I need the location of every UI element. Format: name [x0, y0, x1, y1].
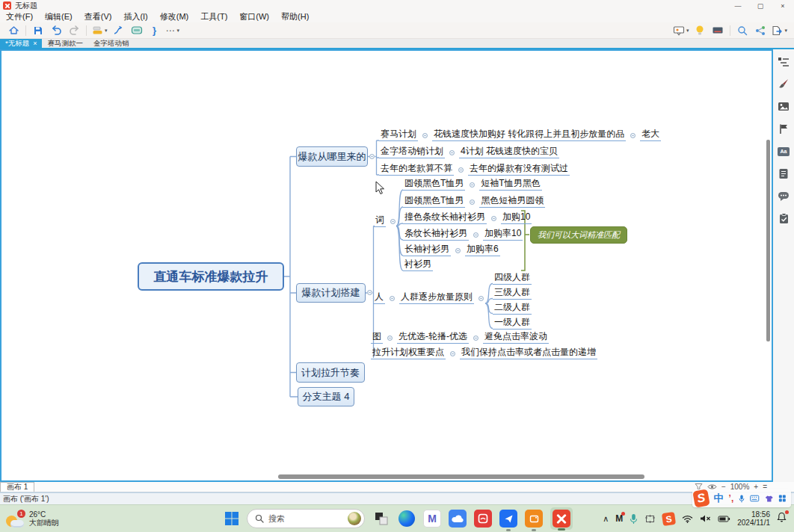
app-edge[interactable]: [398, 510, 416, 528]
share-button[interactable]: [754, 24, 767, 37]
app-cloud-drive[interactable]: [449, 510, 467, 528]
topic[interactable]: 三级人群: [493, 287, 532, 300]
taskbar-search-input[interactable]: 搜索: [247, 509, 365, 528]
collapse-toggle[interactable]: [491, 216, 496, 221]
notification-center-button[interactable]: [777, 512, 787, 525]
weather-widget[interactable]: 1 26°C 大部晴朗: [0, 510, 120, 528]
sogou-keyboard-icon[interactable]: [750, 495, 759, 502]
tab-saima-cekuan[interactable]: 赛马测款一: [42, 39, 88, 48]
collapse-toggle[interactable]: [470, 182, 475, 188]
app-orange[interactable]: [525, 510, 543, 528]
summary-note[interactable]: 我们可以大词精准匹配: [530, 226, 627, 244]
topic[interactable]: 一级人群: [493, 317, 532, 330]
banner-view-button[interactable]: [711, 24, 724, 37]
topic[interactable]: 老大: [640, 129, 661, 141]
tab-jinzita-dongxiao[interactable]: 金字塔动销: [88, 39, 135, 48]
vertical-scrollbar[interactable]: [766, 140, 770, 341]
undo-button[interactable]: [49, 24, 63, 37]
topic[interactable]: 加购率10: [483, 228, 523, 241]
app-mindmap-active[interactable]: [550, 507, 573, 530]
topic[interactable]: 撞色条纹长袖衬衫男: [403, 211, 487, 224]
horizontal-scrollbar[interactable]: [278, 474, 644, 479]
collapse-toggle[interactable]: [478, 296, 484, 301]
boundary-button[interactable]: [130, 24, 144, 37]
topic[interactable]: 衬衫男: [403, 259, 433, 271]
sogou-punctuation-icon[interactable]: ’,: [729, 493, 734, 504]
menu-help[interactable]: 帮助(H): [275, 11, 315, 22]
collapse-toggle[interactable]: [458, 167, 464, 173]
sogou-skin-icon[interactable]: [765, 495, 774, 503]
battery-icon[interactable]: [718, 515, 730, 523]
volume-muted-icon[interactable]: [700, 514, 711, 523]
topic-word[interactable]: 词: [374, 214, 386, 227]
topic[interactable]: 4计划 花钱速度快的宝贝: [459, 146, 559, 158]
collapse-toggle[interactable]: [449, 150, 455, 155]
search-highlight-image[interactable]: [348, 512, 361, 525]
mindmap-canvas[interactable]: 直通车标准爆款拉升 爆款从哪里来的 爆款计划搭建 计划拉升节奏 分支主题 4 赛…: [0, 49, 773, 482]
topic[interactable]: 四级人群: [493, 272, 532, 285]
tray-m-app[interactable]: M: [615, 513, 623, 524]
collapse-toggle[interactable]: [473, 232, 478, 238]
save-button[interactable]: [31, 24, 45, 37]
collapse-toggle[interactable]: [422, 133, 428, 138]
topic[interactable]: 去年的老款算不算: [379, 163, 454, 176]
collapse-toggle[interactable]: [470, 200, 475, 205]
topic[interactable]: 圆领黑色T恤男: [403, 195, 465, 208]
collapse-toggle[interactable]: [369, 154, 375, 159]
find-button[interactable]: [736, 24, 749, 37]
app-files[interactable]: [372, 510, 390, 528]
more-tools-button[interactable]: ⋯ ▾: [166, 24, 180, 37]
task-button[interactable]: [778, 212, 790, 225]
topic[interactable]: 加购率6: [465, 244, 500, 256]
menu-edit[interactable]: 编辑(E): [39, 11, 79, 22]
topic-picture[interactable]: 图: [371, 331, 383, 344]
relationship-button[interactable]: [112, 24, 126, 37]
sogou-toolbox-icon[interactable]: [778, 494, 787, 503]
format-style-button[interactable]: ▾: [92, 24, 108, 37]
wifi-icon[interactable]: [682, 515, 693, 523]
brainstorm-button[interactable]: [693, 24, 707, 37]
sogou-mic-icon[interactable]: [739, 494, 745, 504]
topic[interactable]: 二级人群: [493, 302, 532, 315]
close-button[interactable]: ×: [772, 0, 794, 11]
slideshow-button[interactable]: ▾: [673, 24, 689, 37]
minimize-button[interactable]: —: [727, 0, 749, 11]
sogou-logo-icon[interactable]: S: [692, 489, 710, 507]
snip-overlay-icon[interactable]: [644, 514, 656, 524]
redo-button[interactable]: [67, 24, 81, 37]
export-button[interactable]: ▾: [772, 24, 787, 37]
root-topic[interactable]: 直通车标准爆款拉升: [138, 262, 284, 291]
insert-flag-button[interactable]: [778, 123, 790, 135]
style-brush-button[interactable]: [778, 78, 790, 90]
collapse-toggle[interactable]: [630, 133, 635, 138]
branch-where-hot-items-come-from[interactable]: 爆款从哪里来的: [296, 146, 368, 167]
topic[interactable]: 金字塔动销计划: [379, 146, 445, 158]
tray-expand-chevron[interactable]: ∧: [603, 514, 609, 524]
topic[interactable]: 我们保持点击率或者点击量的递增: [460, 347, 597, 359]
start-button[interactable]: [223, 510, 241, 528]
maximize-button[interactable]: ▢: [749, 0, 772, 11]
menu-modify[interactable]: 修改(M): [154, 11, 195, 22]
topic[interactable]: 长袖衬衫男: [403, 244, 451, 256]
menu-tools[interactable]: 工具(T): [194, 11, 233, 22]
menu-file[interactable]: 文件(F): [0, 11, 39, 22]
notes-button[interactable]: [778, 167, 790, 180]
microphone-icon[interactable]: [630, 513, 638, 525]
collapse-toggle[interactable]: [387, 335, 393, 341]
sogou-tray-icon[interactable]: S: [662, 511, 676, 525]
topic[interactable]: 条纹长袖衬衫男: [403, 228, 469, 241]
topic[interactable]: 去年的爆款有没有测试过: [468, 163, 570, 176]
sogou-lang-mode[interactable]: 中: [714, 492, 724, 505]
branch-hot-item-plan-build[interactable]: 爆款计划搭建: [296, 283, 366, 303]
outline-panel-button[interactable]: [778, 55, 790, 68]
comments-button[interactable]: [778, 190, 790, 202]
topic[interactable]: 短袖T恤男黑色: [479, 178, 541, 191]
font-style-button[interactable]: Aa: [778, 145, 790, 158]
home-button[interactable]: [7, 24, 20, 37]
app-mindmaster[interactable]: M: [423, 510, 441, 528]
topic[interactable]: 先优选-轮播-优选: [397, 331, 469, 344]
topic[interactable]: 避免点击率波动: [483, 331, 549, 344]
menu-window[interactable]: 窗口(W): [233, 11, 275, 22]
topic[interactable]: 加购10: [501, 211, 532, 224]
branch-subtopic-4[interactable]: 分支主题 4: [298, 387, 354, 406]
